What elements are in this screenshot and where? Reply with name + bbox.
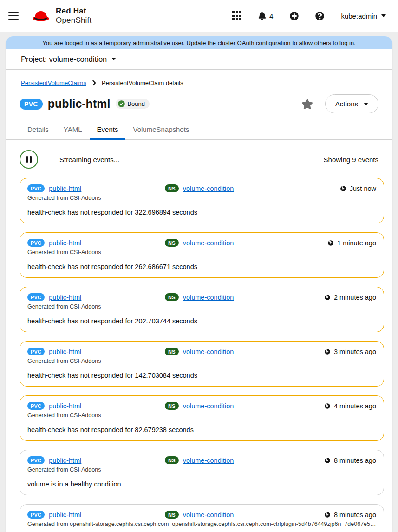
event-pvc-badge: PVC <box>27 348 45 355</box>
plus-circle-icon <box>290 12 299 20</box>
globe-icon <box>324 512 331 518</box>
event-pvc-badge: PVC <box>27 293 45 301</box>
page-panel: You are logged in as a temporary adminis… <box>6 36 392 532</box>
event-pvc-badge: PVC <box>27 184 45 192</box>
notifications-button[interactable]: 4 <box>258 12 273 20</box>
username: kube:admin <box>341 12 377 20</box>
events-count: Showing 9 events <box>324 156 378 164</box>
event-source: Generated from CSI-Addons <box>27 249 376 256</box>
events-stream-toggle-button[interactable] <box>20 150 38 169</box>
brand-line1: Red Hat <box>56 7 91 16</box>
brand-text: Red Hat OpenShift <box>56 7 91 25</box>
event-pvc-badge: PVC <box>27 511 45 519</box>
event-ns-badge: NS <box>165 293 179 301</box>
check-circle-icon <box>118 100 125 107</box>
event-message: health-check has not responded for 202.7… <box>27 317 376 325</box>
globe-icon <box>324 457 331 464</box>
event-message: health-check has not responded for 82.67… <box>27 426 376 433</box>
event-message: health-check has not responded for 262.6… <box>27 263 376 270</box>
event-timestamp: 4 minutes ago <box>334 402 376 410</box>
event-source: Generated from CSI-Addons <box>27 412 376 419</box>
event-ns-badge: NS <box>165 402 179 410</box>
question-circle-icon <box>315 12 324 20</box>
import-button[interactable] <box>290 12 299 20</box>
event-source: Generated from CSI-Addons <box>27 358 376 364</box>
event-pvc-link[interactable]: public-html <box>49 348 81 355</box>
actions-button[interactable]: Actions <box>325 94 378 113</box>
event-pvc-link[interactable]: public-html <box>49 239 81 247</box>
globe-icon <box>340 185 346 192</box>
redhat-fedora-icon <box>31 8 51 23</box>
globe-icon <box>324 348 331 355</box>
event-message: volume is in a healthy condition <box>27 480 376 488</box>
event-pvc-badge: PVC <box>27 402 45 410</box>
star-icon <box>301 99 313 110</box>
help-button[interactable] <box>315 12 324 20</box>
app-launcher-button[interactable] <box>232 11 241 20</box>
pause-icon <box>26 156 32 163</box>
event-pvc-link[interactable]: public-html <box>49 457 81 464</box>
event-ns-badge: NS <box>165 456 179 464</box>
caret-down-icon <box>112 58 116 60</box>
tab-label: YAML <box>64 125 82 133</box>
brand-logo: Red Hat OpenShift <box>31 7 91 25</box>
tab-label: VolumeSnapshots <box>133 125 189 133</box>
tab-volumesnapshots[interactable]: VolumeSnapshots <box>125 123 196 139</box>
event-source: Generated from CSI-Addons <box>27 195 376 201</box>
breadcrumb-link-pvcs[interactable]: PersistentVolumeClaims <box>21 79 86 86</box>
event-pvc-link[interactable]: public-html <box>49 511 81 519</box>
event-pvc-link[interactable]: public-html <box>49 402 81 410</box>
tab-label: Events <box>97 125 118 133</box>
event-pvc-link[interactable]: public-html <box>49 294 81 301</box>
alert-text-before: You are logged in as a temporary adminis… <box>42 39 217 46</box>
event-card: PVC public-html NS volume-condition 2 mi… <box>20 287 384 332</box>
tab-events[interactable]: Events <box>90 123 126 139</box>
event-timestamp: 3 minutes ago <box>334 348 376 355</box>
event-ns-badge: NS <box>165 348 179 355</box>
events-toolbar: Streaming events... Showing 9 events <box>6 140 392 178</box>
brand-line2: OpenShift <box>56 16 91 25</box>
event-pvc-badge: PVC <box>27 239 45 247</box>
alert-text-after: to allow others to log in. <box>291 39 356 46</box>
tab-yaml[interactable]: YAML <box>56 123 90 139</box>
event-ns-link[interactable]: volume-condition <box>183 457 234 464</box>
event-card: PVC public-html NS volume-condition 8 mi… <box>20 504 384 532</box>
streaming-status: Streaming events... <box>59 156 119 164</box>
event-timestamp: 2 minutes ago <box>334 294 376 301</box>
masthead: Red Hat OpenShift 4 kube:admin <box>0 0 398 32</box>
event-source: Generated from openshift-storage.cephfs.… <box>27 521 376 527</box>
event-ns-link[interactable]: volume-condition <box>183 402 234 410</box>
event-timestamp: 8 minutes ago <box>334 511 376 519</box>
event-pvc-badge: PVC <box>27 456 45 464</box>
user-menu[interactable]: kube:admin <box>341 12 386 20</box>
favorite-button[interactable] <box>301 99 313 110</box>
event-ns-link[interactable]: volume-condition <box>183 239 234 247</box>
bell-icon <box>258 12 266 20</box>
project-selector[interactable]: Project: volume-condition <box>6 49 392 70</box>
event-ns-link[interactable]: volume-condition <box>183 511 234 519</box>
event-ns-link[interactable]: volume-condition <box>183 294 234 301</box>
event-timestamp: Just now <box>350 185 376 192</box>
event-ns-badge: NS <box>165 239 179 247</box>
event-card: PVC public-html NS volume-condition 8 mi… <box>20 450 384 495</box>
event-card: PVC public-html NS volume-condition 3 mi… <box>20 341 384 387</box>
globe-icon <box>327 240 334 246</box>
event-timestamp: 1 minute ago <box>337 239 376 247</box>
chevron-right-icon <box>92 80 96 86</box>
oauth-config-link[interactable]: cluster OAuth configuration <box>218 39 291 46</box>
app-grid-icon <box>232 11 241 20</box>
tabs: Details YAML Events VolumeSnapshots <box>6 113 392 140</box>
page-title: public-html <box>48 97 111 111</box>
nav-toggle-button[interactable] <box>8 12 19 20</box>
tab-label: Details <box>27 125 49 133</box>
event-pvc-link[interactable]: public-html <box>49 185 81 192</box>
event-ns-link[interactable]: volume-condition <box>183 348 234 355</box>
event-ns-link[interactable]: volume-condition <box>183 185 234 192</box>
event-card: PVC public-html NS volume-condition Just… <box>20 178 384 223</box>
caret-down-icon <box>381 14 386 17</box>
tab-details[interactable]: Details <box>20 123 56 139</box>
temp-user-alert-banner: You are logged in as a temporary adminis… <box>6 36 392 49</box>
event-ns-badge: NS <box>165 184 179 192</box>
status-label: Bound <box>127 100 145 107</box>
project-selector-label: Project: volume-condition <box>21 55 107 64</box>
